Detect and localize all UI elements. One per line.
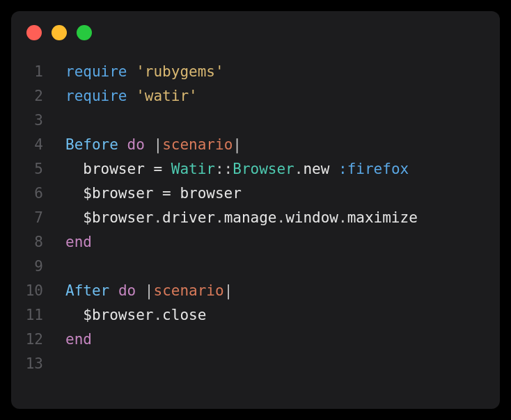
token: do <box>127 136 145 153</box>
editor-window: 1require 'rubygems'2require 'watir'34Bef… <box>11 11 500 409</box>
token: require <box>65 63 127 80</box>
token: | <box>153 136 162 153</box>
token <box>127 63 136 80</box>
code-line[interactable]: 6 $browser = browser <box>11 181 500 206</box>
token <box>329 161 338 177</box>
code-line[interactable]: 13 <box>11 352 500 376</box>
token: | <box>224 282 233 299</box>
code-line[interactable]: 7 $browser.driver.manage.window.maximize <box>11 206 500 230</box>
line-number: 13 <box>11 352 65 376</box>
code-content[interactable]: require 'rubygems' <box>65 60 224 84</box>
token: manage <box>224 209 277 226</box>
minimize-icon[interactable] <box>52 25 67 40</box>
code-content[interactable]: $browser = browser <box>65 181 242 206</box>
token: maximize <box>347 209 418 226</box>
code-content[interactable]: $browser.driver.manage.window.maximize <box>65 206 418 230</box>
token: | <box>145 282 154 299</box>
code-content[interactable]: end <box>65 328 92 352</box>
code-content[interactable]: After do |scenario| <box>65 279 233 303</box>
code-line[interactable]: 8end <box>11 230 500 255</box>
line-number: 3 <box>11 108 65 133</box>
token: 'rubygems' <box>136 63 223 80</box>
token: . <box>153 209 162 226</box>
code-line[interactable]: 10After do |scenario| <box>11 279 500 303</box>
token: do <box>118 282 136 299</box>
token: . <box>153 307 162 323</box>
token: new <box>303 161 329 177</box>
code-line[interactable]: 3 <box>11 108 500 133</box>
code-content[interactable]: $browser.close <box>65 303 206 328</box>
token: . <box>338 209 347 226</box>
token: end <box>65 331 92 348</box>
token: close <box>162 307 206 323</box>
code-content[interactable]: require 'watir' <box>65 84 198 108</box>
title-bar <box>11 11 500 47</box>
token: | <box>233 136 242 153</box>
code-content[interactable]: browser = Watir::Browser.new :firefox <box>65 157 409 181</box>
code-line[interactable]: 4Before do |scenario| <box>11 133 500 157</box>
token: $browser <box>83 185 153 202</box>
code-line[interactable]: 5 browser = Watir::Browser.new :firefox <box>11 157 500 181</box>
token: browser <box>180 185 242 202</box>
line-number: 1 <box>11 60 65 84</box>
code-line[interactable]: 2require 'watir' <box>11 84 500 108</box>
token <box>109 282 118 299</box>
maximize-icon[interactable] <box>77 25 92 40</box>
line-number: 12 <box>11 328 65 352</box>
close-icon[interactable] <box>26 25 42 40</box>
line-number: 6 <box>11 181 65 206</box>
token: = <box>153 185 180 202</box>
token: After <box>65 282 109 299</box>
token <box>127 88 136 104</box>
code-line[interactable]: 1require 'rubygems' <box>11 60 500 84</box>
token: . <box>276 209 285 226</box>
token: . <box>294 161 304 177</box>
code-content[interactable]: end <box>65 230 92 255</box>
token: browser <box>83 161 145 177</box>
code-area[interactable]: 1require 'rubygems'2require 'watir'34Bef… <box>11 47 500 376</box>
token: Before <box>65 136 118 153</box>
token <box>65 209 83 226</box>
token: scenario <box>153 282 223 299</box>
token: end <box>65 234 92 250</box>
token <box>65 185 83 202</box>
code-content[interactable]: Before do |scenario| <box>65 133 242 157</box>
code-line[interactable]: 12end <box>11 328 500 352</box>
token: window <box>285 209 338 226</box>
line-number: 4 <box>11 133 65 157</box>
token: scenario <box>162 136 233 153</box>
token: require <box>65 88 127 104</box>
code-line[interactable]: 9 <box>11 255 500 279</box>
token: driver <box>162 209 215 226</box>
line-number: 2 <box>11 84 65 108</box>
code-line[interactable]: 11 $browser.close <box>11 303 500 328</box>
token <box>118 136 127 153</box>
token <box>65 161 83 177</box>
token: :: <box>215 161 233 177</box>
token: :firefox <box>338 161 409 177</box>
token <box>65 307 83 323</box>
token <box>145 136 154 153</box>
line-number: 11 <box>11 303 65 328</box>
line-number: 8 <box>11 230 65 255</box>
token: $browser <box>83 307 153 323</box>
token <box>136 282 145 299</box>
line-number: 10 <box>11 279 65 303</box>
token: Watir <box>171 161 215 177</box>
line-number: 5 <box>11 157 65 181</box>
line-number: 7 <box>11 206 65 230</box>
token: . <box>215 209 224 226</box>
token: Browser <box>233 161 294 177</box>
line-number: 9 <box>11 255 65 279</box>
token: 'watir' <box>136 88 198 104</box>
token: = <box>145 161 171 177</box>
token: $browser <box>83 209 153 226</box>
